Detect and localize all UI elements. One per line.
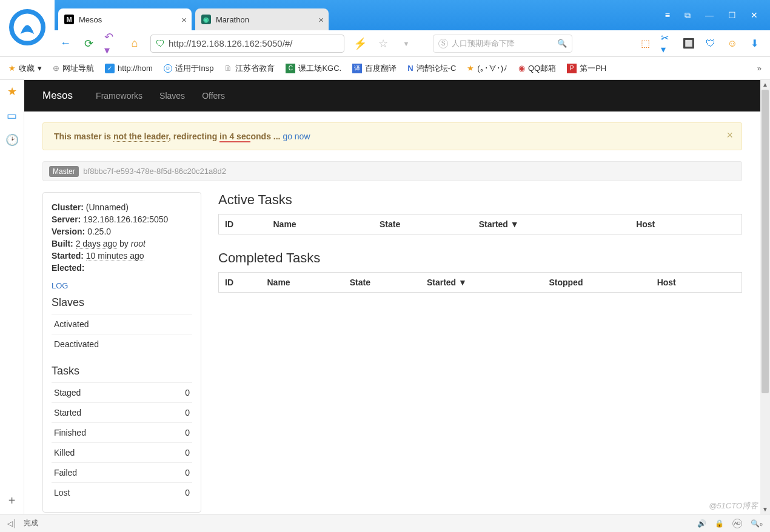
- master-id: bf8bbc7f-e593-478e-8f5d-86c20c21a8d2: [83, 167, 226, 176]
- inspect-icon[interactable]: 🔲: [683, 38, 695, 50]
- version-value: 0.25.0: [87, 227, 111, 236]
- history-icon[interactable]: 🕑: [5, 133, 19, 147]
- undo-icon[interactable]: ↶ ▾: [104, 36, 119, 51]
- ad-icon[interactable]: AD: [732, 519, 742, 528]
- browser-navbar: ← ⟳ ↶ ▾ ⌂ 🛡 http://192.168.126.162:5050/…: [0, 30, 770, 57]
- col-id[interactable]: ID: [219, 273, 261, 293]
- security-shield-icon[interactable]: 🛡: [705, 38, 717, 50]
- scissors-icon[interactable]: ✂ ▾: [661, 38, 673, 50]
- screen-icon[interactable]: ▭: [7, 109, 17, 122]
- col-id[interactable]: ID: [219, 214, 267, 234]
- extension-icon[interactable]: ⬚: [639, 38, 651, 50]
- favorite-icon[interactable]: ★: [7, 85, 17, 98]
- log-link[interactable]: LOG: [52, 281, 192, 290]
- bookmark-emoji[interactable]: ★(｡･∀･)ﾉ: [467, 64, 507, 73]
- bookmark-kgc[interactable]: C课工场KGC.: [286, 63, 341, 74]
- url-input[interactable]: 🛡 http://192.168.126.162:5050/#/: [150, 35, 344, 53]
- bookmark-hom[interactable]: ✓http://hom: [105, 64, 153, 73]
- sound-icon[interactable]: 🔊: [697, 519, 706, 528]
- minimize-icon[interactable]: —: [705, 10, 714, 20]
- search-engine-icon: S: [438, 39, 448, 48]
- col-name[interactable]: Name: [267, 214, 373, 234]
- list-item: Activated: [52, 314, 192, 334]
- mesos-navbar: Mesos Frameworks Slaves Offers: [24, 80, 760, 111]
- bookmark-insp[interactable]: D适用于Insp: [164, 63, 214, 74]
- site-icon: N: [407, 64, 413, 73]
- built-value: 2 days ago: [76, 239, 118, 249]
- col-state[interactable]: State: [344, 273, 421, 293]
- elected-label: Elected:: [52, 263, 84, 273]
- scrollbar-thumb[interactable]: [762, 90, 769, 393]
- search-placeholder: 人口预期寿命下降: [452, 38, 515, 49]
- watermark: @51CTO博客: [709, 500, 758, 511]
- star-icon[interactable]: ☆: [376, 36, 390, 51]
- bookmark-jiangsu[interactable]: 🗎江苏省教育: [224, 63, 275, 74]
- bookmark-baidu[interactable]: 译百度翻译: [352, 63, 397, 74]
- browser-logo: [0, 0, 55, 55]
- tab-title: Mesos: [79, 15, 102, 24]
- scroll-down-icon[interactable]: ▼: [760, 506, 770, 513]
- bookmark-honghu[interactable]: N鸿鹄论坛-C: [407, 63, 456, 74]
- page-icon: 🗎: [224, 64, 232, 73]
- list-item: Staged0: [52, 382, 192, 402]
- col-host[interactable]: Host: [651, 273, 724, 293]
- col-name[interactable]: Name: [261, 273, 344, 293]
- brand-label[interactable]: Mesos: [42, 90, 73, 102]
- close-icon[interactable]: ×: [181, 15, 187, 25]
- nav-frameworks[interactable]: Frameworks: [96, 91, 142, 101]
- window-close-icon[interactable]: ✕: [751, 10, 758, 20]
- search-input[interactable]: S 人口预期寿命下降 🔍: [433, 35, 572, 53]
- list-item: Killed0: [52, 442, 192, 462]
- search-icon[interactable]: 🔍: [557, 39, 567, 48]
- bookmark-favorites[interactable]: ★收藏 ▾: [8, 63, 42, 74]
- col-started[interactable]: Started ▼: [473, 214, 631, 234]
- bookmark-nav[interactable]: ⊕网址导航: [53, 63, 94, 74]
- chevron-down-icon[interactable]: ▼: [399, 36, 413, 51]
- home-icon[interactable]: ⌂: [127, 36, 142, 51]
- back-icon[interactable]: ←: [58, 36, 73, 51]
- col-state[interactable]: State: [373, 214, 473, 234]
- col-host[interactable]: Host: [630, 214, 723, 234]
- col-started[interactable]: Started ▼: [421, 273, 543, 293]
- built-user: root: [131, 239, 146, 248]
- lock-icon[interactable]: 🔒: [715, 519, 724, 528]
- site-icon: C: [286, 64, 295, 73]
- alert-banner: This master is not the leader, redirecti…: [42, 122, 742, 150]
- alert-close-icon[interactable]: ×: [726, 129, 733, 142]
- reload-icon[interactable]: ⟳: [81, 36, 96, 51]
- main-panel: Active Tasks ID Name State Started ▼ Hos…: [218, 192, 742, 513]
- bookmark-ph[interactable]: P第一PH: [567, 63, 606, 74]
- tab-marathon[interactable]: ◉ Marathon ×: [195, 8, 329, 30]
- maximize-icon[interactable]: ☐: [728, 10, 736, 20]
- scroll-up-icon[interactable]: ▲: [760, 81, 770, 88]
- bookmark-overflow-icon[interactable]: »: [757, 64, 762, 73]
- download-icon[interactable]: ⬇: [748, 38, 760, 50]
- nav-slaves[interactable]: Slaves: [159, 91, 185, 101]
- tab-mesos[interactable]: M Mesos ×: [58, 8, 192, 30]
- nav-offers[interactable]: Offers: [202, 91, 225, 101]
- col-stopped[interactable]: Stopped: [543, 273, 651, 293]
- zoom-icon[interactable]: 🔍₀: [751, 519, 763, 528]
- star-icon: ★: [467, 64, 474, 73]
- add-icon[interactable]: +: [8, 494, 16, 508]
- bookmark-qqmail[interactable]: ◉QQ邮箱: [518, 63, 556, 74]
- close-icon[interactable]: ×: [318, 15, 324, 25]
- sidebar-toggle-icon[interactable]: ◁│: [7, 519, 18, 528]
- alert-not-leader: not the leader: [113, 131, 169, 142]
- site-icon: P: [567, 64, 577, 73]
- scrollbar[interactable]: ▲ ▼: [760, 80, 770, 514]
- smiley-icon[interactable]: ☺: [726, 38, 738, 50]
- browser-left-sidebar: ★ ▭ 🕑 +: [0, 80, 24, 514]
- go-now-link[interactable]: go now: [283, 131, 310, 141]
- flash-icon[interactable]: ⚡: [353, 36, 367, 51]
- shield-icon: 🛡: [156, 38, 165, 48]
- dell-icon: D: [164, 64, 172, 73]
- info-panel: Cluster: (Unnamed) Server: 192.168.126.1…: [42, 192, 201, 513]
- server-label: Server:: [52, 214, 81, 224]
- toolbar-icons: ⬚ ✂ ▾ 🔲 🛡 ☺ ⬇: [639, 38, 770, 50]
- completed-tasks-table: ID Name State Started ▼ Stopped Host: [218, 272, 742, 293]
- restore-icon[interactable]: ⧉: [685, 10, 691, 21]
- menu-icon[interactable]: ≡: [665, 10, 670, 20]
- completed-tasks-heading: Completed Tasks: [218, 250, 742, 266]
- list-item: Started0: [52, 402, 192, 422]
